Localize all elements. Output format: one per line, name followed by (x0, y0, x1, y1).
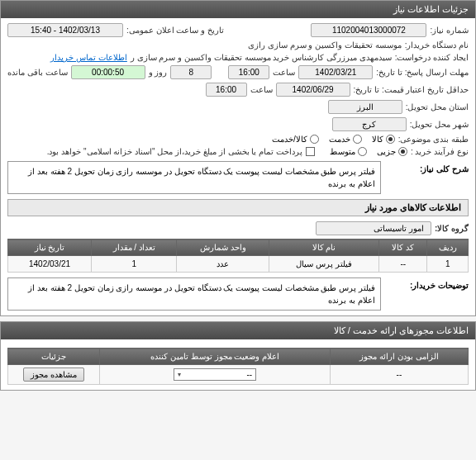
radio-icon (398, 147, 407, 156)
radio-label: کالا/خدمت (272, 135, 307, 144)
radio-icon (310, 135, 319, 144)
th-code: کد کالا (379, 239, 427, 256)
td-detail: مشاهده مجوز (8, 365, 100, 385)
deadline-hour-label: ساعت (273, 68, 295, 77)
td-qty: 1 (92, 256, 177, 273)
licenses-panel: اطلاعات مجوزهای ارائه خدمت / کالا الزامی… (0, 321, 476, 391)
timer-label: ساعت باقی مانده (7, 68, 68, 77)
th-required: الزامی بودن ارائه مجوز (330, 349, 468, 365)
need-number-value: 1102004013000072 (311, 23, 426, 37)
general-desc-text: فیلتر پرس طبق مشخصات لیست پیوست یک دستگا… (7, 161, 381, 194)
creator-value: سیدمهدی میرزرگی کارشناس خرید موسسه تحقیق… (131, 53, 392, 62)
th-date: تاریخ نیاز (8, 239, 92, 256)
buyer-value: موسسه تحقیقات واکسین و سرم سازی رازی (248, 40, 402, 50)
panel-body: الزامی بودن ارائه مجوز اعلام وضعیت مجوز … (1, 339, 475, 390)
th-unit: واحد شمارش (177, 239, 269, 256)
items-subheader: اطلاعات کالاهای مورد نیاز (7, 199, 469, 216)
radio-icon (358, 147, 367, 156)
need-details-panel: جزئیات اطلاعات نیاز شماره نیاز: 11020040… (0, 0, 476, 316)
city-label: شهر محل تحویل: (410, 120, 469, 129)
panel-title: اطلاعات مجوزهای ارائه خدمت / کالا (334, 325, 469, 335)
table-header-row: ردیف کد کالا نام کالا واحد شمارش تعداد /… (8, 239, 469, 256)
min-credit-date: 1402/06/29 (276, 83, 350, 97)
purchase-type-label: نوع فرآیند خرید : (411, 147, 469, 156)
creator-label: ایجاد کننده درخواست: (395, 53, 469, 62)
payment-note: پرداخت تمام یا بخشی از مبلغ خرید،از محل … (47, 147, 302, 156)
announce-label: تاریخ و ساعت اعلان عمومی: (126, 26, 224, 35)
countdown-timer: 00:00:50 (71, 65, 145, 79)
select-value: -- (246, 370, 252, 379)
need-number-label: شماره نیاز: (430, 26, 469, 35)
province-label: استان محل تحویل: (406, 102, 469, 111)
city-value: کرج (332, 117, 407, 131)
radio-label: جزیی (377, 147, 396, 156)
radio-label: خدمت (329, 135, 350, 144)
deadline-label: مهلت ارسال پاسخ: تا تاریخ: (376, 68, 469, 77)
buyer-notes-label: توضیحات خریدار: (386, 277, 469, 290)
view-license-button[interactable]: مشاهده مجوز (23, 368, 84, 382)
th-status: اعلام وضعیت مجوز توسط تامین کننده (100, 349, 331, 365)
subject-class-label: طبقه بندی موضوعی: (398, 135, 469, 144)
radio-icon (386, 135, 395, 144)
buyer-notes-text: فیلتر پرس طبق مشخصات لیست پیوست یک دستگا… (7, 277, 381, 311)
th-qty: تعداد / مقدار (92, 239, 177, 256)
radio-kala[interactable]: کالا (372, 135, 395, 144)
licenses-table: الزامی بودن ارائه مجوز اعلام وضعیت مجوز … (7, 348, 469, 385)
contact-buyer-link[interactable]: اطلاعات تماس خریدار (50, 53, 127, 62)
table-row: -- -- ▾ مشاهده مجوز (8, 365, 469, 385)
td-required: -- (330, 365, 468, 385)
panel-body: شماره نیاز: 1102004013000072 تاریخ و ساع… (1, 18, 475, 315)
td-date: 1402/03/21 (8, 256, 92, 273)
radio-motavaset[interactable]: متوسط (330, 147, 367, 156)
panel-title: جزئیات اطلاعات نیاز (393, 4, 469, 14)
province-value: البرز (328, 100, 402, 114)
radio-khadamat[interactable]: خدمت (329, 135, 362, 144)
table-header-row: الزامی بودن ارائه مجوز اعلام وضعیت مجوز … (8, 349, 469, 365)
days-remaining: 8 (170, 65, 212, 79)
announce-value: 1402/03/13 - 15:40 (7, 23, 123, 37)
treasury-checkbox[interactable] (306, 147, 315, 156)
deadline-date: 1402/03/21 (298, 65, 373, 79)
items-table: ردیف کد کالا نام کالا واحد شمارش تعداد /… (7, 239, 469, 273)
th-name: نام کالا (269, 239, 379, 256)
td-unit: عدد (177, 256, 269, 273)
td-status: -- ▾ (100, 365, 331, 385)
panel-header-need-details: جزئیات اطلاعات نیاز (1, 1, 475, 18)
purchase-type-radios: جزیی متوسط (330, 147, 407, 156)
td-radif: 1 (427, 256, 469, 273)
group-value: امور تاسیساتی (316, 221, 431, 235)
radio-kala-khadamat[interactable]: کالا/خدمت (272, 135, 319, 144)
radio-jozee[interactable]: جزیی (377, 147, 407, 156)
buyer-label: نام دستگاه خریدار: (405, 40, 469, 50)
td-code: -- (379, 256, 427, 273)
min-credit-hour-label: ساعت (250, 85, 273, 94)
deadline-hour: 16:00 (228, 65, 269, 79)
general-desc-label: شرح کلی نیاز: (386, 161, 469, 173)
days-label: روز و (149, 68, 168, 77)
min-credit-hour: 16:00 (206, 83, 247, 97)
panel-header-licenses: اطلاعات مجوزهای ارائه خدمت / کالا (1, 322, 475, 339)
subject-class-radios: کالا خدمت کالا/خدمت (272, 135, 395, 144)
radio-label: متوسط (330, 147, 355, 156)
td-name: فیلتر پرس سیال (269, 256, 379, 273)
group-label: گروه کالا: (435, 224, 469, 233)
th-radif: ردیف (427, 239, 469, 256)
th-detail: جزئیات (8, 349, 100, 365)
status-select[interactable]: -- ▾ (174, 368, 256, 381)
radio-label: کالا (372, 135, 383, 144)
chevron-down-icon: ▾ (178, 371, 181, 378)
min-credit-label: حداقل تاریخ اعتبار قیمت: تا تاریخ: (354, 85, 469, 94)
table-row: 1 -- فیلتر پرس سیال عدد 1 1402/03/21 (8, 256, 469, 273)
radio-icon (353, 135, 362, 144)
